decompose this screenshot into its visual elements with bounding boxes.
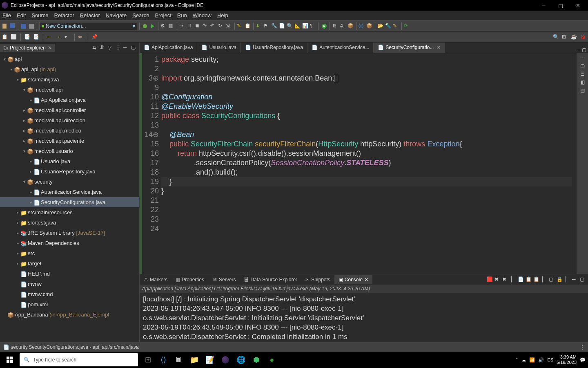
tree-row[interactable]: 📄mvnw.cmd (0, 289, 139, 299)
tool-icon[interactable]: ⬇ (256, 23, 262, 29)
twisty-icon[interactable]: ▸ (15, 241, 20, 245)
code-line[interactable]: .sessionCreationPolicy(SessionCreationPo… (161, 158, 572, 168)
menu-run[interactable]: Run (177, 12, 187, 18)
tree-row[interactable]: ▸📚Maven Dependencies (0, 238, 139, 248)
tool-icon[interactable]: ⚑ (263, 23, 270, 29)
close-icon[interactable]: ✕ (437, 45, 441, 50)
tree-row[interactable]: ▾📦api_api (in api) (0, 64, 139, 74)
console-tool-icon[interactable]: 📄 (518, 276, 524, 283)
project-tree[interactable]: ▾📦api▾📦api_api (in api)▾📁src/main/java▾📦… (0, 53, 139, 342)
menu-project[interactable]: Project (155, 12, 171, 18)
tree-row[interactable]: ▸📁target (0, 258, 139, 269)
notepad-icon[interactable]: 📝 (204, 354, 216, 366)
sync-icon[interactable]: ⟳ (404, 23, 410, 29)
eclipse-task-icon[interactable] (220, 354, 231, 366)
editor-tab[interactable]: 📄AutenticacionService... (307, 43, 374, 53)
code-line[interactable] (161, 121, 572, 130)
tool-icon[interactable]: 🔍 (287, 23, 293, 29)
code-line[interactable] (161, 83, 572, 92)
twisty-icon[interactable]: ▸ (15, 210, 20, 215)
taskview-icon[interactable]: ⊞ (142, 354, 154, 366)
code-body[interactable]: package security;import org.springframew… (161, 55, 572, 274)
console-output[interactable]: [localhost].[/] : Initializing Spring Di… (140, 293, 588, 342)
server-icon[interactable]: 📦 (347, 23, 354, 29)
code-line[interactable]: } (161, 186, 572, 196)
twisty-icon[interactable]: ▾ (2, 57, 7, 61)
twisty-icon[interactable]: ▸ (15, 251, 20, 256)
back-icon[interactable]: ← (47, 34, 53, 40)
tree-row[interactable]: ▸📄SecurityConfigurations.java (0, 197, 139, 207)
tree-row[interactable]: ▸📁src/test/java (0, 218, 139, 228)
twisty-icon[interactable]: ▸ (28, 169, 33, 174)
close-icon[interactable]: ✕ (364, 277, 368, 283)
chrome-icon[interactable]: 🌐 (235, 354, 247, 366)
menu-navigate[interactable]: Navigate (106, 12, 127, 18)
twisty-icon[interactable]: ▸ (21, 128, 27, 133)
tree-row[interactable]: 📦App_Bancaria (in App_Bancaria_Ejempl (0, 310, 139, 320)
menu-window[interactable]: Window (193, 12, 212, 18)
tree-row[interactable]: ▾📁src/main/java (0, 74, 139, 85)
open-icon[interactable]: 📂 (377, 23, 384, 29)
menu-help[interactable]: Help (217, 12, 228, 18)
tray-wifi-icon[interactable]: 📶 (529, 357, 535, 363)
menu-file[interactable]: File (2, 12, 11, 18)
code-line[interactable]: public class SecurityConfigurations { (161, 111, 572, 121)
editor-tab[interactable]: 📄ApiApplication.java (140, 43, 197, 53)
pin-icon[interactable]: 📌 (91, 34, 98, 40)
menu-search[interactable]: Search (132, 12, 149, 18)
tool-icon[interactable]: ⚙ (160, 23, 167, 29)
twisty-icon[interactable]: ▸ (28, 190, 33, 194)
bottom-tab-markers[interactable]: ⚠Markers (140, 275, 172, 284)
console-tool-icon[interactable]: │ (510, 276, 517, 283)
console-tool-icon[interactable]: ▢ (549, 276, 555, 283)
step-icon[interactable]: ⏹ (195, 23, 201, 29)
code-line[interactable]: @Bean (161, 130, 572, 139)
filter-icon[interactable]: ▽ (108, 45, 114, 51)
twisty-icon[interactable]: ▸ (15, 231, 20, 235)
console-tool-icon[interactable]: 🔒 (557, 276, 563, 283)
console-tool-icon[interactable]: ▢ (580, 276, 586, 283)
step-icon[interactable]: ⇥ (179, 23, 186, 29)
save-icon[interactable] (20, 23, 27, 29)
menu-edit[interactable]: Edit (17, 12, 26, 18)
menu-icon[interactable]: ⋮ (116, 45, 122, 51)
connection-combo[interactable]: ■ New Connection... ▾ (39, 22, 137, 30)
code-line[interactable] (161, 205, 572, 215)
tool-icon[interactable]: 📐 (294, 23, 301, 29)
menu-refactor[interactable]: Refactor (80, 12, 100, 18)
window-close-button[interactable]: ✕ (569, 0, 586, 11)
code-editor[interactable]: 123⊕91011121314⊖15161718192021222324 pac… (142, 53, 572, 274)
tool-icon[interactable]: ▦ (168, 23, 175, 29)
tool-icon[interactable]: ▾ (65, 34, 71, 40)
code-line[interactable] (161, 224, 572, 233)
tree-row[interactable]: ▾📦med.voll.api (0, 85, 139, 95)
tool-icon[interactable]: 📑 (33, 34, 40, 40)
app-icon[interactable]: ● (266, 354, 278, 366)
maximize-icon[interactable]: ▢ (582, 47, 586, 53)
close-icon[interactable]: ✕ (48, 45, 52, 51)
run-green-icon[interactable] (321, 23, 327, 29)
window-minimize-button[interactable]: ─ (535, 0, 552, 11)
window-maximize-button[interactable]: ▢ (552, 0, 569, 11)
app-icon[interactable]: ⬢ (251, 354, 262, 366)
tree-row[interactable]: ▸📚JRE System Library [JavaSE-17] (0, 228, 139, 238)
outline-icon[interactable]: ☰ (580, 71, 585, 77)
editor-tab[interactable]: 📄SecurityConfiguratio...✕ (374, 43, 445, 53)
code-line[interactable]: @Configuration (161, 92, 572, 102)
debug-icon[interactable] (142, 23, 148, 29)
server-icon[interactable]: 🖧 (340, 23, 346, 29)
twisty-icon[interactable]: ▸ (28, 200, 33, 204)
bottom-tab-servers[interactable]: 🖥Servers (208, 275, 240, 284)
maximize-icon[interactable]: ▢ (580, 63, 585, 69)
status-menu-icon[interactable]: ⋮ (580, 344, 585, 350)
tree-row[interactable]: ▸📄Usuario.java (0, 156, 139, 166)
forward-icon[interactable]: → (56, 34, 62, 40)
tray-chevron-icon[interactable]: ˄ (516, 357, 518, 363)
new-icon[interactable] (2, 23, 8, 29)
menu-source[interactable]: Source (31, 12, 48, 18)
code-line[interactable]: import org.springframework.context.annot… (161, 74, 572, 83)
tray-cloud-icon[interactable]: ☁ (521, 357, 526, 363)
code-line[interactable]: } (161, 177, 572, 186)
bottom-tab-console[interactable]: ▣Console✕ (334, 275, 372, 284)
tree-row[interactable]: ▾📦security (0, 177, 139, 187)
